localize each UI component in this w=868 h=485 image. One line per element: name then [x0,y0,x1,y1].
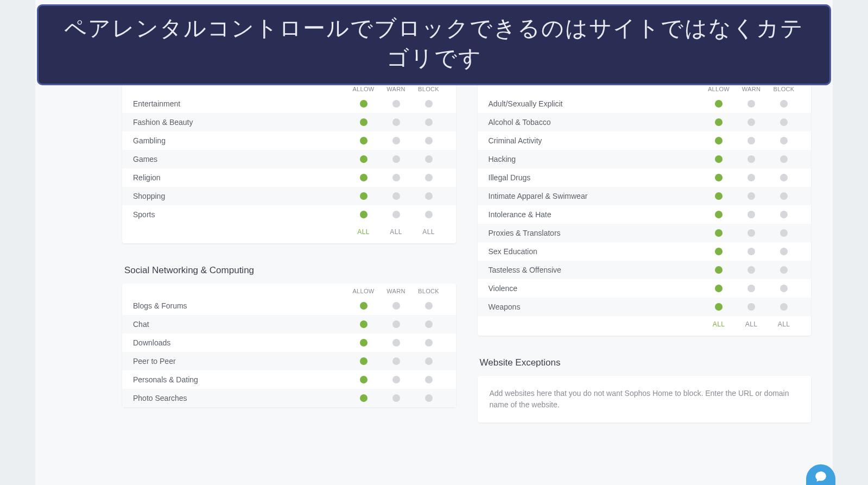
radio-block[interactable] [425,302,433,310]
radio-block[interactable] [780,192,788,200]
radio-allow[interactable] [360,137,368,144]
radio-block[interactable] [780,174,788,181]
card-exceptions: Add websites here that you do not want S… [478,376,812,423]
radio-allow[interactable] [715,229,723,237]
all-warn[interactable]: ALL [735,320,768,328]
radio-warn[interactable] [392,192,400,200]
radio-block-cell [413,211,445,218]
radio-allow[interactable] [360,394,368,402]
radio-block[interactable] [425,394,433,402]
radio-warn[interactable] [392,137,400,144]
radio-allow[interactable] [715,100,723,108]
radio-warn[interactable] [747,229,755,237]
radio-allow-cell [702,266,735,274]
radio-allow[interactable] [715,118,723,126]
col-header-warn: WARN [735,86,768,92]
radio-block[interactable] [780,155,788,163]
radio-warn[interactable] [392,174,400,181]
radio-warn[interactable] [392,320,400,328]
radio-block[interactable] [780,285,788,292]
category-label: Intimate Apparel & Swimwear [489,192,703,200]
chat-icon [814,470,828,484]
radio-block[interactable] [425,211,433,218]
radio-allow[interactable] [360,192,368,200]
radio-allow[interactable] [360,100,368,108]
radio-warn[interactable] [392,155,400,163]
radio-allow[interactable] [360,174,368,181]
radio-block-cell [768,303,800,311]
radio-warn[interactable] [747,303,755,311]
radio-warn[interactable] [392,339,400,347]
radio-allow[interactable] [360,302,368,310]
category-row: Blogs & Forums [122,297,456,315]
category-row: Chat [122,315,456,333]
radio-allow[interactable] [715,174,723,181]
radio-allow[interactable] [715,248,723,255]
radio-allow[interactable] [360,376,368,383]
radio-allow-cell [702,192,735,200]
radio-block[interactable] [780,100,788,108]
radio-allow-cell [702,303,735,311]
radio-block[interactable] [780,211,788,218]
radio-block[interactable] [425,100,433,108]
radio-warn[interactable] [747,118,755,126]
radio-warn[interactable] [747,174,755,181]
radio-allow[interactable] [360,339,368,347]
radio-block[interactable] [425,174,433,181]
all-block[interactable]: ALL [413,228,445,236]
radio-warn[interactable] [747,211,755,218]
col-header-allow: ALLOW [347,86,380,92]
all-allow[interactable]: ALL [702,320,735,328]
radio-block[interactable] [425,118,433,126]
radio-block-cell [413,376,445,383]
radio-block[interactable] [780,137,788,144]
radio-warn[interactable] [392,118,400,126]
radio-warn[interactable] [747,192,755,200]
radio-warn[interactable] [747,100,755,108]
radio-block[interactable] [780,266,788,274]
radio-allow[interactable] [715,155,723,163]
radio-warn[interactable] [747,248,755,255]
radio-block[interactable] [425,320,433,328]
radio-warn[interactable] [392,211,400,218]
radio-allow-cell [347,339,380,347]
radio-warn[interactable] [747,155,755,163]
radio-allow[interactable] [360,357,368,365]
radio-warn[interactable] [747,266,755,274]
radio-warn[interactable] [392,357,400,365]
radio-allow[interactable] [360,211,368,218]
radio-allow[interactable] [715,137,723,144]
radio-warn[interactable] [392,376,400,383]
radio-allow-cell [347,100,380,108]
radio-block[interactable] [425,339,433,347]
radio-warn[interactable] [747,137,755,144]
radio-block[interactable] [425,192,433,200]
radio-warn-cell [380,118,413,126]
all-allow[interactable]: ALL [347,228,380,236]
radio-block[interactable] [780,303,788,311]
radio-warn[interactable] [747,285,755,292]
radio-block[interactable] [780,118,788,126]
radio-allow[interactable] [360,155,368,163]
radio-allow[interactable] [715,285,723,292]
radio-block[interactable] [425,137,433,144]
radio-block[interactable] [780,248,788,255]
radio-block[interactable] [780,229,788,237]
radio-allow[interactable] [715,303,723,311]
radio-block[interactable] [425,376,433,383]
radio-block[interactable] [425,155,433,163]
radio-allow[interactable] [360,320,368,328]
radio-allow[interactable] [715,266,723,274]
radio-warn[interactable] [392,394,400,402]
all-block[interactable]: ALL [768,320,800,328]
radio-warn[interactable] [392,100,400,108]
radio-warn[interactable] [392,302,400,310]
radio-allow[interactable] [360,118,368,126]
radio-allow[interactable] [715,192,723,200]
all-warn[interactable]: ALL [380,228,413,236]
category-label: Illegal Drugs [489,173,703,182]
radio-allow-cell [702,118,735,126]
category-row: Fashion & Beauty [122,113,456,131]
radio-allow[interactable] [715,211,723,218]
radio-block[interactable] [425,357,433,365]
